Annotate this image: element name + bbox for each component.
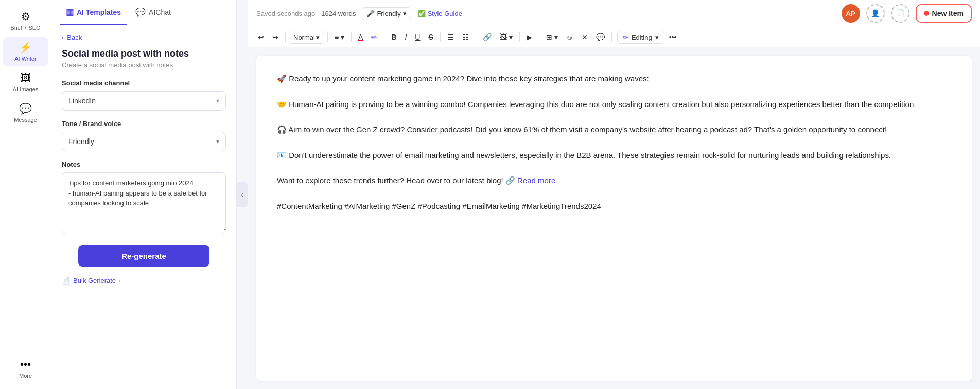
sidebar-item-ai-images[interactable]: 🖼 AI Images bbox=[3, 68, 48, 96]
tab-aichat-label: AIChat bbox=[149, 8, 171, 16]
arrow-right-icon: › bbox=[119, 277, 121, 285]
paragraph-2: 🤝 Human-AI pairing is proving to be a wi… bbox=[277, 98, 951, 111]
back-button[interactable]: ‹ Back bbox=[62, 33, 226, 41]
divider bbox=[384, 32, 384, 42]
panel-title: Social media post with notes bbox=[62, 48, 226, 59]
redo-button[interactable]: ↪ bbox=[269, 30, 282, 44]
chevron-down-icon: ▾ bbox=[316, 33, 320, 41]
document-icon[interactable]: 📄 bbox=[891, 4, 909, 23]
collapse-panel-button[interactable]: ‹ bbox=[237, 182, 248, 207]
divider bbox=[285, 32, 286, 42]
more-dots-icon: ••• bbox=[20, 359, 31, 370]
divider bbox=[327, 32, 328, 42]
formatting-toolbar: ↩ ↪ Normal ▾ ≡ ▾ A ✏ B I U S ☰ ☷ 🔗 🖼 ▾ ▶… bbox=[248, 27, 980, 47]
underline-button[interactable]: U bbox=[411, 30, 424, 44]
more-options-button[interactable]: ••• bbox=[666, 30, 680, 44]
tab-ai-templates[interactable]: ▦ AI Templates bbox=[60, 0, 127, 25]
sidebar-item-message[interactable]: 💬 Message bbox=[3, 98, 48, 127]
tone-group: Tone / Brand voice Friendly Professional… bbox=[62, 120, 226, 151]
strikethrough-button[interactable]: S bbox=[425, 30, 436, 44]
new-item-button[interactable]: New Item bbox=[916, 4, 972, 23]
notes-textarea[interactable]: Tips for content marketers going into 20… bbox=[62, 172, 226, 234]
play-button[interactable]: ▶ bbox=[523, 30, 536, 44]
sidebar-item-ai-writer[interactable]: ⚡ AI Writer bbox=[3, 37, 48, 66]
notes-group: Notes Tips for content marketers going i… bbox=[62, 161, 226, 236]
style-guide-icon: ✅ bbox=[417, 10, 426, 17]
divider bbox=[476, 32, 476, 42]
paragraph-4: 📧 Don't underestimate the power of email… bbox=[277, 149, 951, 162]
tone-select[interactable]: Friendly Professional Casual Formal bbox=[62, 132, 225, 151]
editing-label: Editing bbox=[632, 33, 652, 41]
group-icon[interactable]: 👤 bbox=[866, 4, 885, 23]
social-channel-select[interactable]: LinkedIn Twitter Facebook Instagram bbox=[62, 92, 225, 110]
table-button[interactable]: ⊞ ▾ bbox=[542, 30, 562, 44]
read-more-link[interactable]: Read more bbox=[517, 176, 555, 185]
new-item-label: New Item bbox=[932, 9, 964, 17]
divider bbox=[440, 32, 441, 42]
back-arrow-icon: ‹ bbox=[62, 33, 64, 41]
text-style-label: Normal bbox=[293, 33, 315, 41]
chevron-down-icon: ▾ bbox=[655, 33, 659, 41]
notes-label: Notes bbox=[62, 161, 226, 168]
tabs-container: ▦ AI Templates 💬 AIChat bbox=[51, 0, 236, 25]
avatar: AP bbox=[842, 4, 860, 23]
style-guide-link[interactable]: ✅ Style Guide bbox=[417, 10, 462, 17]
bullet-list-button[interactable]: ☰ bbox=[444, 30, 458, 44]
sidebar-item-more[interactable]: ••• More bbox=[3, 355, 48, 383]
bulk-generate-icon: 📄 bbox=[62, 277, 70, 285]
tab-ai-templates-label: AI Templates bbox=[77, 8, 121, 16]
sidebar-item-brief-seo[interactable]: ⚙ Brief + SEO bbox=[3, 6, 48, 35]
underlined-text: are not bbox=[576, 100, 600, 109]
sidebar-label-ai-writer: AI Writer bbox=[14, 56, 37, 62]
friendly-selector[interactable]: 🎤 Friendly ▾ bbox=[362, 7, 411, 20]
hashtags: #ContentMarketing #AIMarketing #GenZ #Po… bbox=[277, 200, 951, 213]
saved-status: Saved seconds ago bbox=[256, 10, 315, 17]
sidebar-label-more: More bbox=[19, 373, 32, 379]
image-button[interactable]: 🖼 ▾ bbox=[496, 30, 516, 44]
clear-format-button[interactable]: ✕ bbox=[578, 30, 591, 44]
mic-icon: 🎤 bbox=[366, 10, 375, 17]
image-icon: 🖼 bbox=[21, 72, 31, 84]
panel-subtitle: Create a social media post with notes bbox=[62, 61, 226, 69]
friendly-label: Friendly bbox=[377, 10, 400, 17]
sidebar-label-brief-seo: Brief + SEO bbox=[10, 25, 40, 31]
sidebar-label-ai-images: AI Images bbox=[13, 86, 39, 92]
sidebar-label-message: Message bbox=[14, 117, 37, 123]
editor-content[interactable]: 🚀 Ready to up your content marketing gam… bbox=[256, 56, 972, 381]
social-channel-select-wrapper: LinkedIn Twitter Facebook Instagram ▾ bbox=[62, 91, 226, 111]
emoji-button[interactable]: ☺ bbox=[563, 30, 577, 44]
ordered-list-button[interactable]: ☷ bbox=[459, 30, 472, 44]
recording-dot bbox=[924, 11, 929, 16]
icon-sidebar: ⚙ Brief + SEO ⚡ AI Writer 🖼 AI Images 💬 … bbox=[0, 0, 51, 389]
social-channel-group: Social media channel LinkedIn Twitter Fa… bbox=[62, 79, 226, 111]
editor-topbar: Saved seconds ago 1624 words 🎤 Friendly … bbox=[248, 0, 980, 27]
tone-label: Tone / Brand voice bbox=[62, 120, 226, 128]
lightning-icon: ⚡ bbox=[19, 41, 32, 54]
word-count: 1624 words bbox=[321, 10, 356, 17]
highlight-button[interactable]: ✏ bbox=[367, 30, 381, 44]
divider bbox=[351, 32, 352, 42]
back-label: Back bbox=[67, 33, 82, 41]
social-channel-label: Social media channel bbox=[62, 79, 226, 87]
undo-button[interactable]: ↩ bbox=[254, 30, 268, 44]
italic-button[interactable]: I bbox=[401, 30, 410, 44]
link-button[interactable]: 🔗 bbox=[479, 30, 495, 44]
panel-content: ‹ Back Social media post with notes Crea… bbox=[51, 25, 236, 389]
editor-area: Saved seconds ago 1624 words 🎤 Friendly … bbox=[248, 0, 980, 389]
tone-select-wrapper: Friendly Professional Casual Formal ▾ bbox=[62, 132, 226, 151]
text-style-selector[interactable]: Normal ▾ bbox=[289, 31, 324, 44]
paragraph-1: 🚀 Ready to up your content marketing gam… bbox=[277, 72, 951, 85]
panel-sidebar: ▦ AI Templates 💬 AIChat ‹ Back Social me… bbox=[51, 0, 237, 389]
tab-aichat[interactable]: 💬 AIChat bbox=[129, 0, 177, 25]
divider bbox=[519, 32, 520, 42]
editing-badge[interactable]: ✏ Editing ▾ bbox=[617, 31, 664, 44]
gear-icon: ⚙ bbox=[21, 10, 30, 23]
bold-button[interactable]: B bbox=[388, 30, 400, 44]
regenerate-button[interactable]: Re-generate bbox=[78, 245, 209, 267]
text-color-button[interactable]: A bbox=[355, 30, 366, 44]
comment-button[interactable]: 💬 bbox=[592, 30, 608, 44]
pencil-icon: ✏ bbox=[623, 33, 628, 41]
grid-icon: ▦ bbox=[66, 7, 74, 17]
align-button[interactable]: ≡ ▾ bbox=[331, 30, 348, 44]
bulk-generate-link[interactable]: 📄 Bulk Generate › bbox=[62, 277, 226, 285]
